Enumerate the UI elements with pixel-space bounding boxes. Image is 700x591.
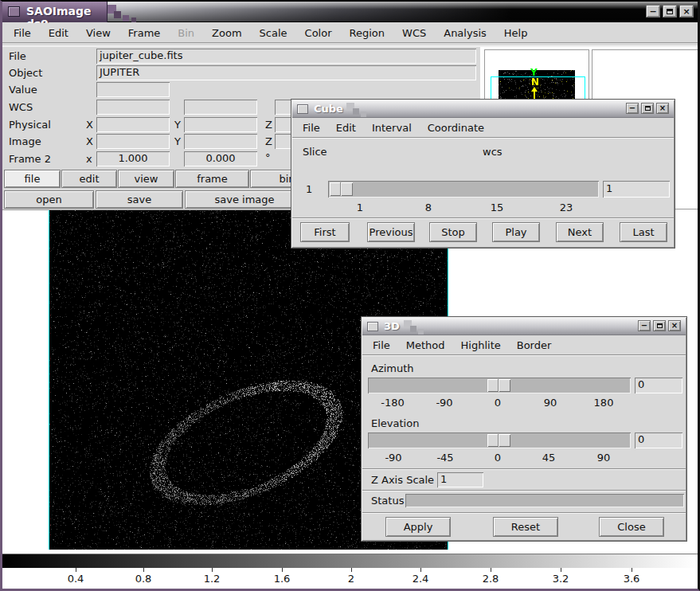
colorbar-gradient[interactable]: [2, 554, 698, 568]
menu-wcs[interactable]: WCS: [402, 27, 426, 39]
minimize-icon[interactable]: −: [638, 320, 651, 331]
titlebar-label-chunk: SAOImage ds9: [2, 2, 108, 22]
threed-menubar: File Method Highlite Border: [362, 335, 686, 354]
maximize-icon[interactable]: [641, 103, 654, 114]
wcs-y-entry[interactable]: [184, 100, 257, 115]
image-x-label: X: [86, 135, 93, 147]
menu-region[interactable]: Region: [350, 27, 385, 39]
reset-button[interactable]: Reset: [493, 517, 558, 537]
azimuth-slider-thumb[interactable]: [487, 379, 510, 392]
cube-menu-edit[interactable]: Edit: [336, 122, 356, 134]
elevation-tick-label: -90: [385, 452, 401, 464]
physical-y-entry[interactable]: [184, 117, 257, 132]
menu-frame[interactable]: Frame: [128, 27, 161, 39]
azimuth-label: Azimuth: [371, 362, 414, 374]
slice-label: Slice: [303, 146, 327, 158]
cube-menu-coordinate[interactable]: Coordinate: [428, 122, 484, 134]
image-y-entry[interactable]: [184, 134, 257, 149]
azimuth-entry[interactable]: 0: [635, 378, 682, 393]
app-icon: [8, 6, 20, 17]
tab-edit[interactable]: edit: [61, 170, 117, 188]
elevation-tick-label: 45: [542, 452, 556, 464]
azimuth-tick-label: 0: [495, 397, 501, 409]
menu-help[interactable]: Help: [504, 27, 528, 39]
separator: [362, 468, 686, 470]
stop-button[interactable]: Stop: [429, 222, 477, 242]
separator: [292, 217, 674, 219]
frame-rotation-unit: °: [265, 151, 271, 163]
azimuth-tick-label: 90: [544, 397, 557, 409]
colorbar-tick-mark: [212, 568, 213, 572]
physical-label: Physical: [9, 119, 51, 131]
file-entry[interactable]: jupiter_cube.fits: [96, 49, 476, 64]
threed-menu-file[interactable]: File: [373, 339, 390, 351]
slice-slider[interactable]: [328, 181, 599, 198]
colorbar-tick-label: 2.4: [413, 573, 429, 585]
colorbar-tick-label: 2.8: [483, 573, 499, 585]
threed-menu-highlite[interactable]: Highlite: [461, 339, 501, 351]
elevation-entry[interactable]: 0: [635, 432, 682, 448]
tab-frame[interactable]: frame: [175, 170, 249, 188]
threed-titlebar[interactable]: 3D − ×: [362, 318, 686, 335]
slice-tick-label: 8: [425, 202, 432, 213]
azimuth-slider[interactable]: [368, 378, 631, 393]
minimize-icon[interactable]: −: [646, 5, 660, 18]
cube-menu-interval[interactable]: Interval: [372, 122, 412, 134]
slice-tick-label: 1: [357, 202, 363, 213]
titlebar-decoration: [123, 15, 129, 22]
first-button[interactable]: First: [300, 222, 350, 242]
menu-analysis[interactable]: Analysis: [444, 27, 487, 39]
elevation-slider-thumb[interactable]: [487, 434, 510, 447]
close-button[interactable]: Close: [599, 517, 664, 537]
last-button[interactable]: Last: [620, 222, 667, 242]
menu-scale[interactable]: Scale: [260, 27, 287, 39]
previous-button[interactable]: Previous: [367, 222, 415, 242]
save-button[interactable]: save: [96, 190, 183, 209]
apply-button[interactable]: Apply: [385, 517, 451, 537]
value-entry[interactable]: [96, 82, 170, 97]
maximize-icon[interactable]: [653, 320, 666, 331]
tab-view[interactable]: view: [118, 170, 174, 188]
compass-north-label: N: [531, 77, 539, 87]
cube-window-controls: − ×: [626, 103, 669, 114]
colorbar-tick-label: 0.4: [68, 573, 84, 585]
physical-x-entry[interactable]: [96, 117, 170, 132]
minimize-icon[interactable]: −: [626, 103, 639, 114]
menu-zoom[interactable]: Zoom: [212, 27, 241, 39]
close-icon[interactable]: ×: [668, 320, 681, 331]
close-icon[interactable]: ×: [656, 103, 669, 114]
close-icon[interactable]: ×: [679, 5, 694, 18]
threed-dialog-icon: [367, 322, 378, 331]
menu-view[interactable]: View: [86, 27, 111, 39]
play-button[interactable]: Play: [492, 222, 540, 242]
maximize-icon[interactable]: [663, 5, 677, 18]
menu-edit[interactable]: Edit: [49, 27, 68, 39]
menu-color[interactable]: Color: [305, 27, 332, 39]
titlebar-decoration: [114, 11, 121, 18]
main-titlebar[interactable]: SAOImage ds9 − ×: [2, 2, 698, 22]
file-label: File: [9, 50, 26, 62]
colorbar-scale: 0.4 0.8 1.2 1.6 2 2.4 2.8 3.2 3.6: [2, 568, 698, 589]
elevation-slider[interactable]: [368, 432, 631, 448]
titlebar-decoration: [361, 112, 366, 117]
wcs-x-entry[interactable]: [96, 100, 170, 115]
zscale-entry[interactable]: 1: [437, 472, 483, 487]
next-button[interactable]: Next: [556, 222, 604, 242]
threed-menu-border[interactable]: Border: [517, 339, 552, 351]
cube-titlebar[interactable]: Cube − ×: [292, 100, 674, 118]
elevation-tick-label: 90: [597, 452, 611, 464]
menu-file[interactable]: File: [14, 27, 31, 39]
cube-menu-file[interactable]: File: [303, 122, 320, 134]
image-z-label: Z: [265, 135, 272, 147]
save-image-button[interactable]: save image: [185, 190, 304, 209]
threed-menu-method[interactable]: Method: [406, 339, 445, 351]
physical-x-label: X: [86, 119, 93, 131]
open-button[interactable]: open: [4, 190, 94, 209]
image-x-entry[interactable]: [96, 134, 170, 149]
frame-zoom-entry[interactable]: 1.000: [96, 151, 170, 166]
slice-value-entry[interactable]: 1: [603, 181, 670, 198]
object-entry[interactable]: JUPITER: [96, 65, 476, 80]
frame-rotation-entry[interactable]: 0.000: [184, 151, 257, 166]
slice-slider-thumb[interactable]: [330, 182, 353, 196]
tab-file[interactable]: file: [4, 170, 61, 188]
